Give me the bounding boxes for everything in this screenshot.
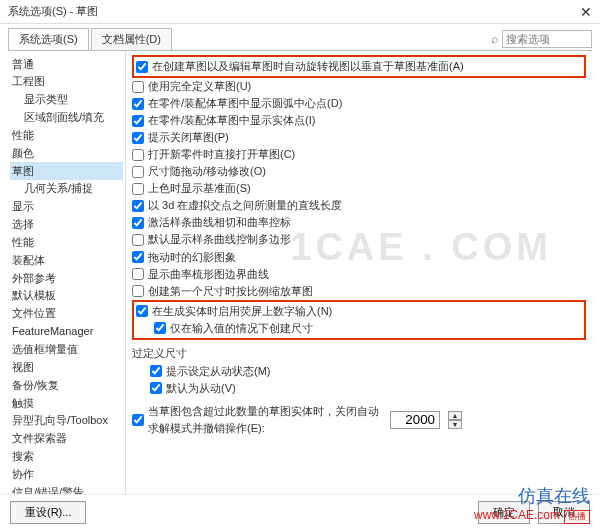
- tree-item[interactable]: 装配体: [10, 251, 123, 269]
- tree-item[interactable]: 颜色: [10, 144, 123, 162]
- opt-spline-handles[interactable]: 激活样条曲线相切和曲率控标: [132, 214, 586, 231]
- opt-fully-defined[interactable]: 使用完全定义草图(U): [132, 78, 586, 95]
- opt-label: 仅在输入值的情况下创建尺寸: [170, 320, 313, 337]
- chk[interactable]: [150, 382, 162, 394]
- chk[interactable]: [132, 132, 144, 144]
- opt-label: 以 3d 在虚拟交点之间所测量的直线长度: [148, 197, 342, 214]
- chk[interactable]: [132, 234, 144, 246]
- opt-label: 提示设定从动状态(M): [166, 363, 271, 380]
- chk[interactable]: [132, 81, 144, 93]
- tab-document-properties[interactable]: 文档属性(D): [91, 28, 172, 50]
- opt-label: 在零件/装配体草图中显示实体点(I): [148, 112, 315, 129]
- tree-item[interactable]: 信息/错误/警告: [10, 483, 123, 494]
- chk-auto-rotate[interactable]: [136, 61, 148, 73]
- window-title: 系统选项(S) - 草图: [8, 4, 98, 19]
- tree-item[interactable]: 显示: [10, 198, 123, 216]
- opt-label: 当草图包含超过此数量的草图实体时，关闭自动求解模式并撤销操作(E):: [148, 403, 382, 437]
- opt-dim-drag[interactable]: 尺寸随拖动/移动修改(O): [132, 163, 586, 180]
- opt-auto-rotate[interactable]: 在创建草图以及编辑草图时自动旋转视图以垂直于草图基准面(A): [136, 58, 582, 75]
- spin-up-icon[interactable]: ▲: [448, 411, 462, 420]
- opt-label: 拖动时的幻影图象: [148, 249, 236, 266]
- opt-arc-center[interactable]: 在零件/装配体草图中显示圆弧中心点(D): [132, 95, 586, 112]
- chk[interactable]: [132, 115, 144, 127]
- cancel-button[interactable]: 取消: [538, 501, 590, 524]
- chk[interactable]: [132, 166, 144, 178]
- opt-label: 创建第一个尺寸时按比例缩放草图: [148, 283, 313, 300]
- opt-create-dim-on-input[interactable]: 仅在输入值的情况下创建尺寸: [154, 320, 582, 337]
- opt-label: 上色时显示基准面(S): [148, 180, 251, 197]
- tree-item[interactable]: 外部参考: [10, 269, 123, 287]
- opt-label: 提示关闭草图(P): [148, 129, 229, 146]
- tree-item[interactable]: 选值框增量值: [10, 341, 123, 359]
- entity-count-input[interactable]: [390, 411, 440, 429]
- section-overdefined: 过定义尺寸: [132, 346, 586, 361]
- tree-item[interactable]: 默认模板: [10, 287, 123, 305]
- tab-system-options[interactable]: 系统选项(S): [8, 28, 89, 50]
- chk[interactable]: [132, 98, 144, 110]
- reset-button[interactable]: 重设(R)...: [10, 501, 86, 524]
- tree-item[interactable]: 视图: [10, 358, 123, 376]
- tree-item[interactable]: 备份/恢复: [10, 376, 123, 394]
- tree-item[interactable]: 文件探索器: [10, 430, 123, 448]
- chk[interactable]: [132, 414, 144, 426]
- ok-button[interactable]: 确定: [478, 501, 530, 524]
- options-panel: 1CAE . COM 在创建草图以及编辑草图时自动旋转视图以垂直于草图基准面(A…: [126, 51, 592, 494]
- tree-item[interactable]: 普通: [10, 55, 123, 73]
- close-icon[interactable]: ✕: [580, 4, 592, 20]
- tree-item[interactable]: 异型孔向导/Toolbox: [10, 412, 123, 430]
- opt-label: 显示曲率梳形图边界曲线: [148, 266, 269, 283]
- chk[interactable]: [132, 217, 144, 229]
- tree-item[interactable]: FeatureManager: [10, 323, 123, 341]
- opt-label: 在生成实体时启用荧屏上数字输入(N): [152, 303, 332, 320]
- opt-auto-solve-off[interactable]: 当草图包含超过此数量的草图实体时，关闭自动求解模式并撤销操作(E):: [132, 403, 382, 437]
- chk[interactable]: [136, 305, 148, 317]
- chk[interactable]: [132, 200, 144, 212]
- opt-label: 在创建草图以及编辑草图时自动旋转视图以垂直于草图基准面(A): [152, 58, 464, 75]
- opt-numeric-input[interactable]: 在生成实体时启用荧屏上数字输入(N): [136, 303, 582, 320]
- tree-item[interactable]: 几何关系/捕捉: [10, 180, 123, 198]
- opt-entity-point[interactable]: 在零件/装配体草图中显示实体点(I): [132, 112, 586, 129]
- opt-label: 尺寸随拖动/移动修改(O): [148, 163, 266, 180]
- opt-default-driven[interactable]: 默认为从动(V): [150, 380, 586, 397]
- opt-label: 使用完全定义草图(U): [148, 78, 251, 95]
- opt-show-plane[interactable]: 上色时显示基准面(S): [132, 180, 586, 197]
- opt-label: 打开新零件时直接打开草图(C): [148, 146, 295, 163]
- tree-item[interactable]: 草图: [10, 162, 123, 180]
- opt-close-prompt[interactable]: 提示关闭草图(P): [132, 129, 586, 146]
- opt-spline-polygon[interactable]: 默认显示样条曲线控制多边形: [132, 231, 586, 248]
- opt-prompt-driven[interactable]: 提示设定从动状态(M): [150, 363, 586, 380]
- chk[interactable]: [132, 149, 144, 161]
- opt-label: 默认显示样条曲线控制多边形: [148, 231, 291, 248]
- opt-3d-length[interactable]: 以 3d 在虚拟交点之间所测量的直线长度: [132, 197, 586, 214]
- opt-ghost-drag[interactable]: 拖动时的幻影图象: [132, 249, 586, 266]
- search-icon: ⌕: [491, 32, 498, 46]
- tree-item[interactable]: 文件位置: [10, 305, 123, 323]
- chk[interactable]: [132, 268, 144, 280]
- tree-item[interactable]: 性能: [10, 233, 123, 251]
- tree-item[interactable]: 搜索: [10, 448, 123, 466]
- opt-open-sketch[interactable]: 打开新零件时直接打开草图(C): [132, 146, 586, 163]
- opt-curvature-comb[interactable]: 显示曲率梳形图边界曲线: [132, 266, 586, 283]
- opt-scale-first-dim[interactable]: 创建第一个尺寸时按比例缩放草图: [132, 283, 586, 300]
- options-tree: 普通工程图显示类型区域剖面线/填充性能颜色草图几何关系/捕捉显示选择性能装配体外…: [8, 51, 126, 494]
- opt-label: 激活样条曲线相切和曲率控标: [148, 214, 291, 231]
- tree-item[interactable]: 协作: [10, 465, 123, 483]
- chk[interactable]: [132, 251, 144, 263]
- opt-label: 在零件/装配体草图中显示圆弧中心点(D): [148, 95, 342, 112]
- tree-item[interactable]: 显示类型: [10, 91, 123, 109]
- chk[interactable]: [150, 365, 162, 377]
- opt-label: 默认为从动(V): [166, 380, 236, 397]
- search-input[interactable]: [502, 30, 592, 48]
- chk[interactable]: [154, 322, 166, 334]
- tree-item[interactable]: 选择: [10, 216, 123, 234]
- tree-item[interactable]: 性能: [10, 126, 123, 144]
- tree-item[interactable]: 工程图: [10, 73, 123, 91]
- tree-item[interactable]: 触摸: [10, 394, 123, 412]
- chk[interactable]: [132, 183, 144, 195]
- chk[interactable]: [132, 285, 144, 297]
- spin-down-icon[interactable]: ▼: [448, 420, 462, 429]
- tree-item[interactable]: 区域剖面线/填充: [10, 109, 123, 127]
